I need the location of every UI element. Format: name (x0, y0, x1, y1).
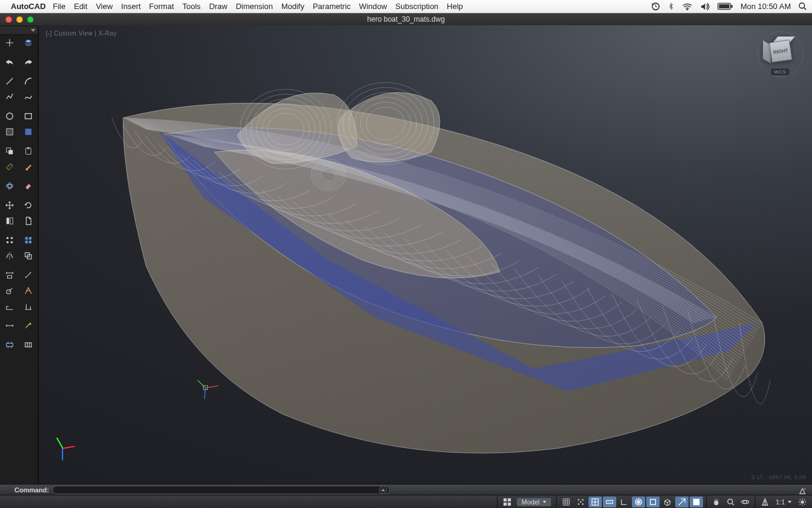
dim-angular-icon[interactable] (19, 283, 39, 299)
status-ortho-mode[interactable] (617, 497, 631, 507)
status-dynamic-ucs[interactable] (690, 497, 703, 507)
offset-icon[interactable] (19, 248, 39, 264)
undo-icon[interactable] (0, 54, 19, 70)
svg-rect-22 (25, 237, 28, 240)
dim-ordinate-icon[interactable] (0, 299, 19, 314)
layers-icon[interactable] (19, 35, 39, 51)
status-annotation-auto-icon[interactable] (796, 486, 809, 497)
dim-radius-icon[interactable] (0, 283, 19, 299)
status-grid-display[interactable] (560, 497, 573, 507)
svg-rect-30 (7, 343, 13, 346)
svg-point-56 (578, 503, 579, 505)
menu-file[interactable]: File (53, 2, 66, 11)
window-close-button[interactable] (5, 16, 12, 23)
spline-icon[interactable] (19, 89, 39, 105)
arc-icon[interactable] (19, 73, 39, 89)
move-icon[interactable] (0, 197, 19, 213)
time-machine-icon[interactable] (651, 2, 660, 11)
trim-icon[interactable] (19, 337, 39, 353)
circle-icon[interactable] (0, 108, 19, 124)
page-icon[interactable] (19, 213, 39, 229)
command-input[interactable] (52, 486, 390, 494)
menubar-clock[interactable]: Mon 10:50 AM (740, 2, 791, 11)
svg-rect-50 (504, 498, 507, 501)
menu-dimension[interactable]: Dimension (236, 2, 272, 11)
svg-rect-11 (8, 150, 13, 154)
status-zoom-icon[interactable] (724, 497, 737, 507)
status-workspace-icon[interactable] (796, 497, 809, 507)
status-otrack[interactable] (675, 497, 689, 507)
leader-icon[interactable] (19, 318, 39, 333)
polyline-icon[interactable] (0, 89, 19, 105)
cursor-icon[interactable] (0, 35, 19, 51)
menu-insert[interactable]: Insert (121, 2, 141, 11)
status-3d-osnap[interactable] (661, 497, 674, 507)
dim-arc-icon[interactable] (19, 299, 39, 314)
paste-icon[interactable] (19, 143, 39, 159)
menu-format[interactable]: Format (149, 2, 174, 11)
copy-icon[interactable] (0, 143, 19, 159)
bluetooth-icon[interactable] (667, 2, 675, 11)
menu-parametric[interactable]: Parametric (313, 2, 351, 11)
drawing-viewport[interactable]: [-] Custom View | X-Ray RIGHT WCS (39, 25, 812, 484)
status-orbit-icon[interactable] (739, 497, 752, 507)
document-title: hero boat_30_mats.dwg (0, 15, 812, 23)
svg-rect-52 (504, 502, 507, 505)
measure-icon[interactable] (0, 159, 19, 175)
grid4-icon[interactable] (19, 232, 39, 248)
status-dynamic-input[interactable] (603, 497, 616, 507)
menu-modify[interactable]: Modify (281, 2, 304, 11)
window-zoom-button[interactable] (27, 16, 34, 23)
dim-aligned-icon[interactable] (19, 267, 39, 283)
status-polar-tracking[interactable] (632, 497, 645, 507)
ucs-icon[interactable] (52, 436, 77, 461)
erase-icon[interactable] (19, 178, 39, 194)
menu-draw[interactable]: Draw (209, 2, 227, 11)
svg-point-20 (7, 241, 9, 244)
window-minimize-button[interactable] (16, 16, 23, 23)
rotate3d-icon[interactable] (0, 178, 19, 194)
command-label: Command: (14, 486, 49, 494)
annotation-scale-icon[interactable] (758, 497, 772, 507)
mirror-icon[interactable] (0, 248, 19, 264)
menu-edit[interactable]: Edit (74, 2, 87, 11)
status-snap-mode[interactable] (574, 497, 587, 507)
menu-view[interactable]: View (96, 2, 113, 11)
stretch-icon[interactable] (0, 337, 19, 353)
spotlight-icon[interactable] (798, 2, 807, 11)
wifi-icon[interactable] (682, 2, 693, 10)
menu-window[interactable]: Window (359, 2, 387, 11)
svg-rect-51 (508, 498, 511, 501)
battery-icon[interactable] (717, 2, 733, 10)
model-tab-selector[interactable]: Model (516, 497, 552, 507)
app-name[interactable]: AutoCAD (11, 2, 46, 11)
menu-help[interactable]: Help (447, 2, 463, 11)
redo-icon[interactable] (19, 54, 39, 70)
annotation-scale-selector[interactable]: 1:1 (772, 498, 795, 506)
viewport-label[interactable]: [-] Custom View | X-Ray (46, 30, 117, 37)
status-osnap[interactable] (646, 497, 660, 507)
window-titlebar: hero boat_30_mats.dwg (0, 13, 812, 25)
rectangle-icon[interactable] (19, 108, 39, 124)
volume-icon[interactable] (700, 2, 710, 11)
model-space-icon[interactable] (501, 497, 514, 507)
palette-collapse-button[interactable] (0, 26, 38, 35)
status-infer-constraints[interactable] (589, 497, 602, 507)
scale-properties-icon[interactable] (0, 213, 19, 229)
menu-subscription[interactable]: Subscription (395, 2, 439, 11)
mac-menubar: AutoCAD FileEditViewInsertFormatToolsDra… (0, 0, 812, 13)
command-history-button[interactable] (379, 486, 387, 494)
text-icon[interactable] (0, 318, 19, 333)
svg-point-57 (582, 503, 584, 505)
rotate-icon[interactable] (19, 197, 39, 213)
brush-icon[interactable] (19, 159, 39, 175)
menu-tools[interactable]: Tools (183, 2, 201, 11)
gradient-icon[interactable] (19, 124, 39, 140)
group-icon[interactable] (0, 232, 19, 248)
dim-linear-icon[interactable] (0, 267, 19, 283)
svg-point-15 (8, 183, 11, 190)
hatch-icon[interactable] (0, 124, 19, 140)
svg-rect-3 (719, 4, 729, 8)
status-pan-icon[interactable] (710, 497, 723, 507)
line-icon[interactable] (0, 73, 19, 89)
